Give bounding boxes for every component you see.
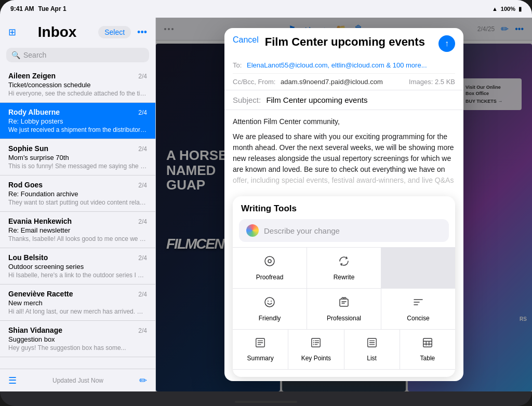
describe-placeholder: Describe your change <box>264 226 340 235</box>
friendly-icon <box>263 296 276 312</box>
email-item[interactable]: Lou Belsito 2/4 Outdoor screening series… <box>0 248 155 285</box>
concise-icon <box>412 296 424 312</box>
compose-modal: Cancel Film Center upcoming events ↑ To:… <box>224 28 463 381</box>
keypoints-button[interactable]: Key Points <box>288 330 343 369</box>
table-label: Table <box>420 355 435 362</box>
email-preview: Hi everyone, see the schedule attached f… <box>8 90 147 97</box>
rewrite-label: Rewrite <box>334 274 355 281</box>
svg-point-15 <box>313 344 314 345</box>
email-list: Aileen Zeigen 2/4 Ticket/concession sche… <box>0 66 155 369</box>
subject-value: Film Center upcoming events <box>266 96 367 104</box>
sidebar-toolbar: Select ••• <box>98 26 147 38</box>
email-date-selected: 2/4 <box>138 109 147 116</box>
svg-rect-17 <box>423 339 432 347</box>
body-content-after: offer, including special events, festiva… <box>233 176 454 184</box>
cancel-button[interactable]: Cancel <box>233 35 259 45</box>
email-sender: Sophie Sun <box>8 144 48 153</box>
email-item-selected[interactable]: Rody Albuerne 2/4 Re: Lobby posters We j… <box>0 103 155 139</box>
summary-button[interactable]: Summary <box>233 330 288 369</box>
sidebar-toggle-button[interactable]: ⊞ <box>8 26 16 38</box>
tools-row-2: Friendly <box>233 288 455 329</box>
summary-label: Summary <box>247 355 273 362</box>
more-button[interactable]: ••• <box>137 27 147 38</box>
tools-row-3: Summary <box>233 329 455 369</box>
email-item[interactable]: Aileen Zeigen 2/4 Ticket/concession sche… <box>0 66 155 103</box>
friendly-button[interactable]: Friendly <box>233 289 307 329</box>
to-label: To: <box>233 61 242 69</box>
email-item[interactable]: Sophie Sun 2/4 Mom's surprise 70th This … <box>0 139 155 175</box>
subject-field: Subject: Film Center upcoming events <box>224 90 463 110</box>
email-item[interactable]: Evania Henkewich 2/4 Re: Email newslette… <box>0 212 155 248</box>
email-date: 2/4 <box>138 182 147 189</box>
email-subject: Re: Email newsletter <box>8 226 147 234</box>
professional-label: Professional <box>327 315 361 322</box>
email-date: 2/4 <box>138 145 147 153</box>
svg-point-9 <box>271 301 272 302</box>
select-button[interactable]: Select <box>98 26 131 38</box>
modal-header: Cancel Film Center upcoming events ↑ <box>224 28 463 57</box>
svg-point-14 <box>313 342 314 343</box>
compose-icon-bottom[interactable]: ☰ <box>8 375 17 386</box>
send-button[interactable]: ↑ <box>438 35 455 52</box>
email-sender: Evania Henkewich <box>8 217 72 225</box>
email-date: 2/4 <box>138 73 147 80</box>
list-label: List <box>367 355 377 362</box>
status-date: Tue Apr 1 <box>38 5 66 12</box>
email-subject: Mom's surprise 70th <box>8 154 147 161</box>
email-date: 2/4 <box>138 218 147 225</box>
battery-label: 100% <box>501 6 515 12</box>
email-subject: Suggestion box <box>8 335 147 343</box>
sidebar-bottom: ☰ Updated Just Now ✏ <box>0 369 155 391</box>
tools-row-1: Proofread <box>233 247 455 288</box>
search-bar[interactable]: 🔍 Search <box>6 48 149 62</box>
status-bar: 9:41 AM Tue Apr 1 ▲ 100% ▮ <box>0 0 532 18</box>
email-date: 2/4 <box>138 254 147 262</box>
svg-point-13 <box>313 340 314 341</box>
svg-point-7 <box>265 297 274 307</box>
professional-button[interactable]: Professional <box>307 289 381 329</box>
email-item[interactable]: Shian Vidanage 2/4 Suggestion box Hey gu… <box>0 321 155 357</box>
svg-point-8 <box>268 301 269 302</box>
subject-label: Subject: <box>233 96 261 104</box>
email-preview: This is so funny! She messaged me saying… <box>8 163 147 170</box>
sidebar-header: ⊞ Inbox Select ••• <box>0 18 155 45</box>
svg-point-5 <box>265 256 274 266</box>
new-compose-icon[interactable]: ✏ <box>139 375 147 386</box>
ipad-frame: 9:41 AM Tue Apr 1 ▲ 100% ▮ ⊞ Inbox Selec… <box>0 0 532 406</box>
compose-row[interactable]: ✎ Compose › <box>233 369 455 377</box>
cc-label: Cc/Bcc, From: <box>233 78 275 86</box>
search-icon: 🔍 <box>11 51 20 59</box>
proofread-button[interactable]: Proofread <box>233 248 307 288</box>
list-button[interactable]: List <box>344 330 400 369</box>
proofread-icon <box>263 255 276 270</box>
to-field: To: ElenaLanot55@icloud.com, eltlin@iclo… <box>233 57 455 74</box>
email-preview: Hi all! At long last, our new merch has … <box>8 308 147 315</box>
modal-overlay: Cancel Film Center upcoming events ↑ To:… <box>156 18 532 391</box>
email-item[interactable]: Geneviève Racette 2/4 New merch Hi all! … <box>0 285 155 321</box>
cc-value: adam.s9noend7.paid@icloud.com <box>281 78 383 86</box>
to-value[interactable]: ElenaLanot55@icloud.com, eltlin@icloud.c… <box>247 61 427 69</box>
rewrite-button[interactable]: Rewrite <box>307 248 381 288</box>
email-item[interactable]: Rod Goes 2/4 Re: Foundation archive They… <box>0 175 155 212</box>
table-button[interactable]: Table <box>400 330 455 369</box>
describe-change-input[interactable]: Describe your change <box>239 219 449 242</box>
email-sender: Lou Belsito <box>8 253 48 262</box>
email-sender: Rod Goes <box>8 181 43 189</box>
keypoints-label: Key Points <box>301 355 331 362</box>
images-label: Images: 2.5 KB <box>409 78 455 86</box>
modal-body: Attention Film Center community, We are … <box>224 110 463 196</box>
email-sender: Aileen Zeigen <box>8 72 56 80</box>
modal-title: Film Center upcoming events <box>265 35 432 49</box>
updated-status: Updated Just Now <box>52 377 103 384</box>
writing-tools-panel: Writing Tools Describe your change <box>233 196 455 377</box>
concise-label: Concise <box>407 315 429 322</box>
email-sender: Geneviève Racette <box>8 290 73 298</box>
concise-button[interactable]: Concise <box>381 289 455 329</box>
writing-tools-title: Writing Tools <box>233 196 455 219</box>
sidebar: ⊞ Inbox Select ••• 🔍 Search Aileen Zeige… <box>0 18 156 391</box>
home-indicator <box>235 401 297 403</box>
email-preview: Hey guys! The suggestion box has some... <box>8 344 147 351</box>
email-sender: Shian Vidanage <box>8 326 62 334</box>
table-icon <box>422 337 433 351</box>
battery-icon: ▮ <box>518 6 522 12</box>
